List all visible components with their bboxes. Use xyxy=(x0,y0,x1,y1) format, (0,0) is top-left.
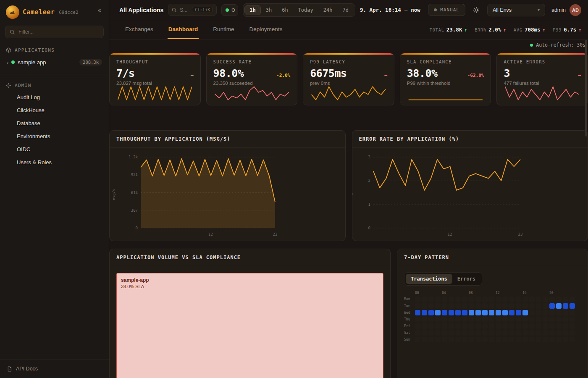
user-chip[interactable]: admin AD xyxy=(551,4,581,16)
heatmap-cell xyxy=(543,337,548,342)
heatmap-cell xyxy=(449,303,454,309)
heatmap-cell xyxy=(428,303,434,309)
global-search-button[interactable]: S... Ctrl+K xyxy=(168,4,217,16)
heatmap-hour-label xyxy=(502,291,508,295)
stat-total: TOTAL 23.8K ↑ xyxy=(430,26,467,33)
sidebar: Cameleer 69dcce2 « APPLICATIONS › sample… xyxy=(0,0,109,378)
collapse-sidebar-button[interactable]: « xyxy=(96,5,103,14)
heatmap-cell xyxy=(449,297,454,302)
time-range-3h[interactable]: 3h xyxy=(261,5,277,15)
sparkline-chart xyxy=(310,86,387,101)
heatmap-cell xyxy=(422,310,427,315)
heatmap-cell xyxy=(475,303,481,309)
admin-section-header: ADMIN xyxy=(0,83,109,88)
heatmap-cell xyxy=(522,317,528,322)
sidebar-item-audit-log[interactable]: Audit Log xyxy=(0,91,109,104)
tab-errors[interactable]: Errors xyxy=(452,274,480,284)
chevron-right-icon[interactable]: › xyxy=(7,59,8,66)
kpi-value-row: 3 – xyxy=(504,67,581,79)
heatmap-cell xyxy=(516,297,521,302)
time-range-6h[interactable]: 6h xyxy=(277,5,293,15)
app-title: Cameleer xyxy=(23,8,55,16)
heatmap-cell xyxy=(475,323,481,329)
heatmap-cell xyxy=(496,310,501,315)
environment-select[interactable]: All Envs ▾ xyxy=(487,4,545,16)
heatmap-cell xyxy=(549,317,555,322)
svg-text:23: 23 xyxy=(273,232,278,236)
kpi-value: 38.0% xyxy=(407,67,438,79)
date-separator: — xyxy=(404,7,408,13)
heatmap-cell xyxy=(475,297,481,302)
scrollbar-thumb[interactable] xyxy=(585,40,587,136)
tab-deployments[interactable]: Deployments xyxy=(249,20,284,39)
sidebar-item-users-roles[interactable]: Users & Roles xyxy=(0,156,109,169)
manual-label: MANUAL xyxy=(440,7,459,13)
heatmap-cell xyxy=(570,297,575,302)
heatmap-cell xyxy=(536,323,541,329)
heatmap-cell xyxy=(522,310,528,315)
theme-toggle-button[interactable] xyxy=(470,4,483,16)
live-label: O xyxy=(231,8,235,13)
heatmap-cell xyxy=(455,330,461,336)
treemap-cell-name: sample-app xyxy=(121,277,379,283)
search-icon xyxy=(10,29,15,35)
heatmap-cell xyxy=(489,337,494,342)
tab-dashboard[interactable]: Dashboard xyxy=(168,20,199,39)
kpi-card-p99-latency: P99 LATENCY 6675ms – prev 0ms xyxy=(303,53,394,105)
kpi-value: 3 xyxy=(504,67,510,79)
sidebar-item-database[interactable]: Database xyxy=(0,117,109,130)
sidebar-item-oidc[interactable]: OIDC xyxy=(0,143,109,156)
time-range-24h[interactable]: 24h xyxy=(318,5,338,15)
date-from: 9. Apr. 16:14 xyxy=(360,7,401,13)
svg-text:1.2k: 1.2k xyxy=(129,155,138,159)
manual-refresh-button[interactable]: MANUAL xyxy=(428,4,465,16)
kpi-value: 6675ms xyxy=(310,67,346,79)
filter-input[interactable] xyxy=(18,29,99,35)
heatmap-cell xyxy=(543,330,548,336)
heatmap-cell xyxy=(449,323,454,329)
tab-exchanges[interactable]: Exchanges xyxy=(124,20,154,39)
kpi-delta-badge: – xyxy=(191,73,194,78)
heatmap-cell xyxy=(502,337,508,342)
time-range-today[interactable]: Today xyxy=(293,5,318,15)
trend-up-icon: ↑ xyxy=(464,27,467,33)
api-docs-link[interactable]: API Docs xyxy=(0,359,109,378)
heatmap-cell xyxy=(455,337,461,342)
heatmap-cell xyxy=(502,323,508,329)
heatmap-day-label: Wed xyxy=(404,311,414,315)
kpi-delta-badge: -62.0% xyxy=(467,73,484,78)
heatmap-hours: 000408121620 xyxy=(404,291,581,295)
sidebar-filter[interactable] xyxy=(5,26,104,38)
heatmap-hour-label: 00 xyxy=(415,291,420,295)
heatmap-hour-label: 16 xyxy=(522,291,528,295)
avatar[interactable]: AD xyxy=(570,4,581,16)
time-range-7d[interactable]: 7d xyxy=(337,5,353,15)
kpi-delta-badge: – xyxy=(384,73,387,78)
applications-section-header: APPLICATIONS xyxy=(0,47,109,53)
heatmap-cell xyxy=(469,310,474,315)
treemap-cell-sample-app[interactable]: sample-app 38.0% SLA xyxy=(116,273,383,378)
search-icon xyxy=(172,8,177,13)
heatmap-hour-label xyxy=(570,291,575,295)
heatmap-cell xyxy=(570,323,575,329)
applications-section-label: APPLICATIONS xyxy=(15,47,55,53)
heatmap-cell xyxy=(428,310,434,315)
heatmap-cell xyxy=(496,303,501,309)
heatmap-cell xyxy=(462,303,467,309)
sidebar-item-sample-app[interactable]: › sample app 208.3k xyxy=(3,56,105,68)
svg-text:23: 23 xyxy=(518,232,522,236)
sidebar-item-clickhouse[interactable]: ClickHouse xyxy=(0,104,109,117)
tab-transactions[interactable]: Transactions xyxy=(406,274,452,284)
auto-refresh-indicator[interactable]: Auto-refresh: 30s xyxy=(109,39,588,48)
time-range-1h[interactable]: 1h xyxy=(244,5,260,15)
time-range-group: 1h 3h 6h Today 24h 7d xyxy=(243,3,355,17)
sidebar-item-environments[interactable]: Environments xyxy=(0,130,109,143)
heatmap-cell xyxy=(422,330,427,336)
tab-runtime[interactable]: Runtime xyxy=(212,20,235,39)
heatmap-cell xyxy=(489,297,494,302)
heatmap-cell xyxy=(469,323,474,329)
heatmap-hour-label xyxy=(516,291,521,295)
date-range-display[interactable]: 9. Apr. 16:14 — now xyxy=(360,7,420,13)
live-status-pill[interactable]: O xyxy=(221,4,238,16)
heatmap-row: Sun xyxy=(404,337,581,342)
